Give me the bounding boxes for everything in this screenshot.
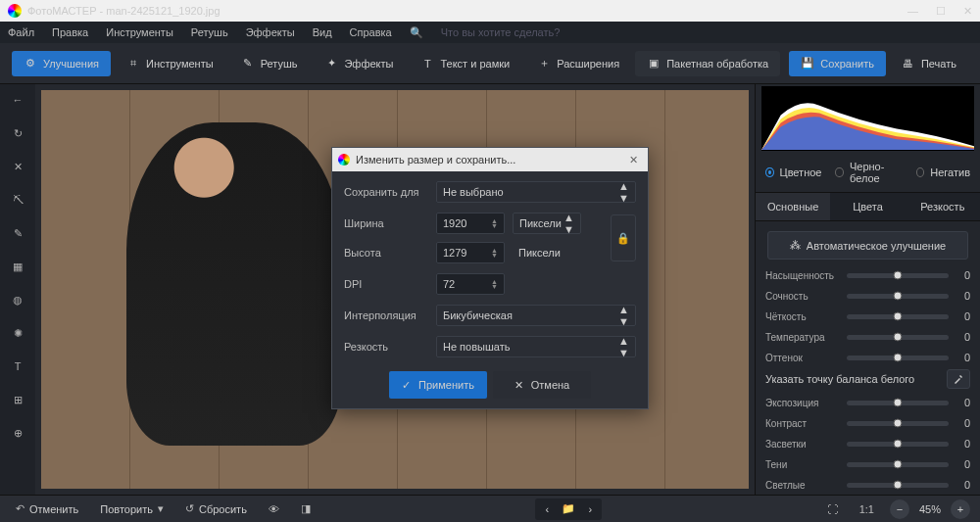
width-input[interactable]: 1920▲▼ [436, 213, 505, 234]
heal-icon[interactable]: ✕ [8, 157, 27, 176]
save-button[interactable]: 💾Сохранить [789, 51, 886, 76]
radio-neg[interactable] [916, 167, 925, 177]
chevron-icon: ▲▼ [618, 304, 629, 327]
eyedropper-button[interactable] [947, 369, 970, 389]
radial-icon[interactable]: ✺ [8, 323, 27, 343]
width-label: Ширина [344, 217, 428, 229]
sharp-select[interactable]: Не повышать▲▼ [436, 336, 636, 357]
text-tool-icon[interactable]: T [8, 356, 27, 376]
auto-enhance-button[interactable]: ⁂ Автоматическое улучшение [767, 231, 968, 260]
stepper-icon: ▲▼ [491, 248, 498, 258]
slider-track[interactable] [847, 483, 949, 488]
print-icon: 🖶 [902, 57, 915, 71]
slider-track[interactable] [847, 314, 949, 319]
minimize-button[interactable]: — [907, 5, 918, 18]
zoom-in-button[interactable]: + [951, 499, 970, 519]
plus-icon: ＋ [537, 57, 551, 71]
maximize-button[interactable]: ☐ [936, 5, 946, 18]
dpi-label: DPI [344, 278, 428, 290]
stamp-icon[interactable]: ⛏ [8, 190, 27, 210]
dialog-title-bar[interactable]: Изменить размер и сохранить... ✕ [332, 148, 648, 171]
color-label: Цветное [780, 166, 822, 178]
rotate-icon[interactable]: ↻ [8, 123, 27, 143]
radio-color[interactable] [765, 167, 774, 177]
undo-button[interactable]: ↶ Отменить [10, 500, 84, 517]
slider-track[interactable] [847, 421, 949, 426]
radio-bw[interactable] [835, 167, 844, 177]
slider-track[interactable] [847, 335, 949, 340]
sliders-icon: ⚙ [24, 57, 37, 71]
slider-track[interactable] [847, 401, 949, 405]
menu-effects[interactable]: Эффекты [246, 26, 295, 38]
slider-track[interactable] [847, 294, 949, 299]
menu-view[interactable]: Вид [313, 26, 332, 38]
dpi-input[interactable]: 72▲▼ [436, 273, 505, 295]
dialog-close-button[interactable]: ✕ [625, 154, 642, 166]
text-icon: T [420, 57, 434, 71]
window-controls: — ☐ ✕ [907, 5, 972, 18]
slider-temperature: Температура0 [765, 331, 970, 343]
back-icon[interactable]: ← [8, 90, 27, 110]
tab-basic[interactable]: Основные [756, 193, 830, 220]
slider-track[interactable] [847, 273, 949, 278]
menu-help[interactable]: Справка [350, 26, 392, 38]
brush-icon[interactable]: ✎ [8, 223, 27, 243]
preview-toggle[interactable]: 👁 [263, 501, 285, 517]
print-button[interactable]: 🖶Печать [890, 51, 968, 76]
tab-effects[interactable]: ✦Эффекты [313, 51, 405, 76]
gradient-icon[interactable]: ▦ [8, 257, 27, 276]
fit-button[interactable]: ⛶ [821, 501, 844, 517]
reset-button[interactable]: ↺ Сбросить [179, 500, 253, 517]
slider-exposure: Экспозиция0 [765, 397, 970, 408]
chevron-icon: ▲▼ [618, 180, 629, 204]
width-unit-select[interactable]: Пиксели▲▼ [513, 213, 581, 234]
guides-icon[interactable]: ⊞ [8, 390, 27, 409]
slider-track[interactable] [847, 442, 949, 447]
compare-toggle[interactable]: ◨ [295, 500, 317, 517]
link-aspect-button[interactable]: 🔒 [611, 214, 636, 261]
slider-track[interactable] [847, 462, 949, 467]
zoom-value: 45% [919, 503, 941, 515]
folder-button[interactable]: 📁 [559, 500, 578, 518]
target-icon[interactable]: ⊕ [8, 423, 27, 443]
save-for-select[interactable]: Не выбрано▲▼ [436, 181, 636, 203]
tab-enhance[interactable]: ⚙Улучшения [12, 51, 111, 76]
batch-button[interactable]: ▣Пакетная обработка [635, 51, 780, 76]
menu-edit[interactable]: Правка [52, 26, 88, 38]
dialog-icon [338, 154, 350, 166]
interp-select[interactable]: Бикубическая▲▼ [436, 305, 636, 326]
menu-retouch[interactable]: Ретушь [191, 26, 228, 38]
slider-highlights: Засветки0 [765, 438, 970, 450]
tab-colors[interactable]: Цвета [830, 193, 905, 220]
chevron-icon: ▲▼ [618, 335, 629, 358]
search-prompt[interactable]: Что вы хотите сделать? [441, 26, 561, 38]
apply-button[interactable]: ✓Применить [389, 371, 487, 399]
slider-whites: Светлые0 [765, 479, 970, 491]
chevron-icon: ▲▼ [564, 212, 574, 235]
eyedropper-icon [953, 373, 964, 385]
stepper-icon: ▲▼ [491, 218, 498, 228]
tab-retouch[interactable]: ✎Ретушь [229, 51, 310, 76]
slider-tint: Оттенок0 [765, 352, 970, 363]
sparkle-icon: ✦ [324, 57, 338, 71]
nav-group: ‹ 📁 › [535, 498, 602, 520]
prev-button[interactable]: ‹ [537, 500, 557, 518]
tab-extensions[interactable]: ＋Расширения [525, 51, 631, 76]
color-mode-row: Цветное Черно-белое Негатив [756, 157, 980, 192]
tab-tools[interactable]: ⌗Инструменты [115, 51, 225, 76]
redo-button[interactable]: Повторить ▾ [94, 500, 170, 517]
menu-tools[interactable]: Инструменты [106, 26, 173, 38]
interp-label: Интерполяция [344, 309, 428, 321]
vignette-icon[interactable]: ◍ [8, 290, 27, 309]
close-button[interactable]: ✕ [963, 5, 972, 18]
menu-file[interactable]: Файл [8, 26, 34, 38]
ratio-button[interactable]: 1:1 [854, 501, 880, 517]
tab-text[interactable]: TТекст и рамки [409, 51, 521, 76]
zoom-out-button[interactable]: − [890, 499, 909, 519]
next-button[interactable]: › [580, 500, 600, 518]
tab-sharp[interactable]: Резкость [906, 193, 980, 220]
left-toolbar: ← ↻ ✕ ⛏ ✎ ▦ ◍ ✺ T ⊞ ⊕ [0, 84, 35, 495]
slider-track[interactable] [847, 356, 949, 360]
cancel-button[interactable]: ✕Отмена [493, 371, 591, 399]
height-input[interactable]: 1279▲▼ [436, 242, 505, 263]
